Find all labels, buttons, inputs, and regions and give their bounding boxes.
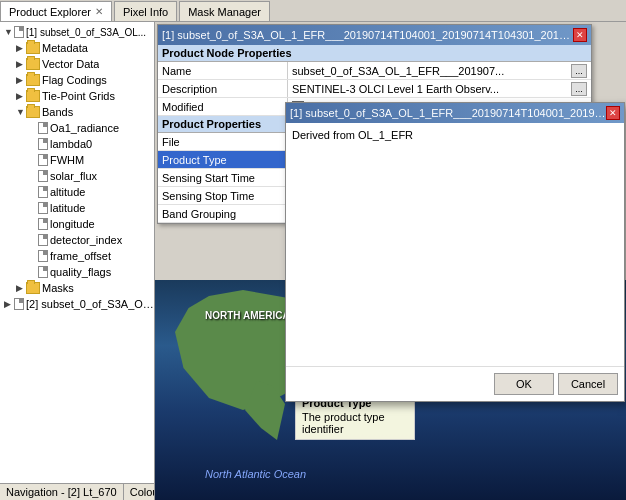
left-tab-colour-label: Colour Mani...: [130, 486, 155, 498]
properties-panel-titlebar: [1] subset_0_of_S3A_OL_1_EFR___20190714T…: [158, 25, 591, 45]
tree-longitude-arrow: [28, 219, 38, 229]
tree-item-oa1-radiance[interactable]: Oa1_radiance: [0, 120, 154, 136]
tab-mask-manager[interactable]: Mask Manager: [179, 1, 270, 21]
tree-metadata-label: Metadata: [42, 42, 88, 54]
modal-ok-button[interactable]: OK: [494, 373, 554, 395]
tree-item-bands[interactable]: ▼ Bands: [0, 104, 154, 120]
ocean-label: North Atlantic Ocean: [205, 468, 306, 480]
tree-item-vector-data[interactable]: ▶ Vector Data: [0, 56, 154, 72]
left-nav-tab-bar: Navigation - [2] Lt_670 Colour Mani...: [0, 483, 154, 500]
tab-bar: Product Explorer ✕ Pixel Info Mask Manag…: [0, 0, 626, 22]
tab-product-explorer[interactable]: Product Explorer ✕: [0, 1, 112, 21]
right-area: [1] subset_0_of_S3A_OL_1_EFR___20190714T…: [155, 22, 626, 500]
prop-value-name: subset_0_of_S3A_OL_1_EFR___201907... ...: [288, 62, 591, 79]
tree-altitude-label: altitude: [50, 186, 85, 198]
left-tab-navigation-label: Navigation - [2] Lt_670: [6, 486, 117, 498]
main-layout: ▼ [1] subset_0_of_S3A_OL... ▶ Metadata ▶…: [0, 22, 626, 500]
tree-tiepointgrids-arrow: ▶: [16, 91, 26, 101]
tree-frameoffset-arrow: [28, 251, 38, 261]
modal-dialog: [1] subset_0_of_S3A_OL_1_EFR___20190714T…: [285, 102, 625, 402]
file-icon-solar-flux: [38, 170, 48, 182]
tree-vectordata-label: Vector Data: [42, 58, 99, 70]
tree-item-metadata[interactable]: ▶ Metadata: [0, 40, 154, 56]
tooltip-text: The product type identifier: [302, 411, 408, 435]
folder-icon-metadata: [26, 42, 40, 54]
modal-cancel-button[interactable]: Cancel: [558, 373, 618, 395]
modal-titlebar: [1] subset_0_of_S3A_OL_1_EFR___20190714T…: [286, 103, 624, 123]
left-tab-navigation[interactable]: Navigation - [2] Lt_670: [0, 484, 124, 500]
folder-icon-bands: [26, 106, 40, 118]
tree-solarflux-arrow: [28, 171, 38, 181]
file-icon-oa1-radiance: [38, 122, 48, 134]
tree-latitude-label: latitude: [50, 202, 85, 214]
tree-item-flag-codings[interactable]: ▶ Flag Codings: [0, 72, 154, 88]
prop-label-description: Description: [158, 80, 288, 97]
prop-label-name: Name: [158, 62, 288, 79]
tree-item-detector-index[interactable]: detector_index: [0, 232, 154, 248]
tree-root-label: [1] subset_0_of_S3A_OL...: [26, 27, 146, 38]
modal-footer: OK Cancel: [286, 366, 624, 401]
tree-product2-label: [2] subset_0_of_S3A_OL___: [26, 298, 154, 310]
prop-label-sensing-stop: Sensing Stop Time: [158, 187, 288, 204]
tree-tiepointgrids-label: Tie-Point Grids: [42, 90, 115, 102]
tree-item-fwhm[interactable]: FWHM: [0, 152, 154, 168]
tree-flagcodings-label: Flag Codings: [42, 74, 107, 86]
modal-title: [1] subset_0_of_S3A_OL_1_EFR___20190714T…: [290, 107, 606, 119]
prop-value-description: SENTINEL-3 OLCI Level 1 Earth Observ... …: [288, 80, 591, 97]
left-tab-colour[interactable]: Colour Mani...: [124, 484, 155, 500]
prop-description-btn[interactable]: ...: [571, 82, 587, 96]
tab-product-explorer-close[interactable]: ✕: [95, 6, 103, 17]
tab-product-explorer-label: Product Explorer: [9, 6, 91, 18]
tree-solarflux-label: solar_flux: [50, 170, 97, 182]
tree-vectordata-arrow: ▶: [16, 59, 26, 69]
tree-altitude-arrow: [28, 187, 38, 197]
tree-metadata-arrow: ▶: [16, 43, 26, 53]
tree-item-masks[interactable]: ▶ Masks: [0, 280, 154, 296]
prop-label-file: File: [158, 133, 288, 150]
folder-icon-tie-point-grids: [26, 90, 40, 102]
tree-item-latitude[interactable]: latitude: [0, 200, 154, 216]
tree-product2-arrow: ▶: [4, 299, 14, 309]
tree-root-icon: [14, 26, 24, 38]
tree-fwhm-arrow: [28, 155, 38, 165]
left-panel: ▼ [1] subset_0_of_S3A_OL... ▶ Metadata ▶…: [0, 22, 155, 500]
tree-oa1-arrow: [28, 123, 38, 133]
tree-lambda0-arrow: [28, 139, 38, 149]
tree-frameoffset-label: frame_offset: [50, 250, 111, 262]
tree-item-tie-point-grids[interactable]: ▶ Tie-Point Grids: [0, 88, 154, 104]
file-icon-quality-flags: [38, 266, 48, 278]
folder-icon-flag-codings: [26, 74, 40, 86]
modal-close-button[interactable]: ✕: [606, 106, 620, 120]
tree-qualityflags-label: quality_flags: [50, 266, 111, 278]
tree-root[interactable]: ▼ [1] subset_0_of_S3A_OL...: [0, 24, 154, 40]
tree-item-product2[interactable]: ▶ [2] subset_0_of_S3A_OL___: [0, 296, 154, 312]
tree-item-altitude[interactable]: altitude: [0, 184, 154, 200]
prop-row-description: Description SENTINEL-3 OLCI Level 1 Eart…: [158, 80, 591, 98]
tree-detectorindex-arrow: [28, 235, 38, 245]
prop-description-text: SENTINEL-3 OLCI Level 1 Earth Observ...: [292, 83, 569, 95]
prop-row-name: Name subset_0_of_S3A_OL_1_EFR___201907..…: [158, 62, 591, 80]
prop-name-btn[interactable]: ...: [571, 64, 587, 78]
file-icon-latitude: [38, 202, 48, 214]
tab-pixel-info[interactable]: Pixel Info: [114, 1, 177, 21]
tree-item-quality-flags[interactable]: quality_flags: [0, 264, 154, 280]
tree-item-frame-offset[interactable]: frame_offset: [0, 248, 154, 264]
tree-bands-arrow: ▼: [16, 107, 26, 117]
prop-label-product-type: Product Type: [158, 151, 288, 168]
tree-item-longitude[interactable]: longitude: [0, 216, 154, 232]
properties-panel-title: [1] subset_0_of_S3A_OL_1_EFR___20190714T…: [162, 29, 573, 41]
file-icon-lambda0: [38, 138, 48, 150]
modal-content: Derived from OL_1_EFR: [286, 123, 624, 366]
tree-fwhm-label: FWHM: [50, 154, 84, 166]
file-icon-product2: [14, 298, 24, 310]
tree-detectorindex-label: detector_index: [50, 234, 122, 246]
file-icon-detector-index: [38, 234, 48, 246]
file-icon-altitude: [38, 186, 48, 198]
prop-label-modified: Modified: [158, 98, 288, 115]
tree-longitude-label: longitude: [50, 218, 95, 230]
properties-panel-close[interactable]: ✕: [573, 28, 587, 42]
tree-item-solar-flux[interactable]: solar_flux: [0, 168, 154, 184]
tree-flagcodings-arrow: ▶: [16, 75, 26, 85]
prop-name-text: subset_0_of_S3A_OL_1_EFR___201907...: [292, 65, 569, 77]
tree-item-lambda0[interactable]: lambda0: [0, 136, 154, 152]
